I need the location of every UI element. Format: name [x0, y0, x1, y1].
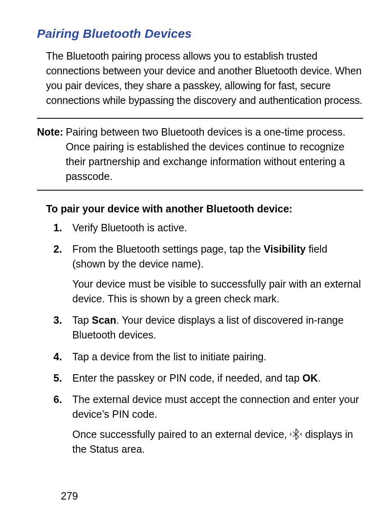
step-4: Tap a device from the list to initiate p…	[46, 349, 363, 364]
step-text-b: .	[318, 372, 321, 384]
section-title: Pairing Bluetooth Devices	[37, 25, 363, 43]
step-text-a: Tap	[72, 314, 92, 326]
step-text: The external device must accept the conn…	[72, 394, 359, 420]
step-extra: Once successfully paired to an external …	[72, 427, 363, 457]
step-5: Enter the passkey or PIN code, if needed…	[46, 371, 363, 385]
step-text-a: Enter the passkey or PIN code, if needed…	[72, 372, 302, 384]
step-3: Tap Scan. Your device displays a list of…	[46, 313, 363, 343]
step-text: Verify Bluetooth is active.	[72, 222, 187, 233]
step-6: The external device must accept the conn…	[46, 392, 363, 456]
step-extra: Your device must be visible to successfu…	[72, 276, 363, 306]
visibility-label: Visibility	[264, 243, 306, 255]
bluetooth-paired-icon	[290, 428, 302, 440]
step-text: Tap a device from the list to initiate p…	[72, 351, 266, 362]
ok-label: OK	[302, 372, 318, 384]
step-2: From the Bluetooth settings page, tap th…	[46, 242, 363, 306]
intro-paragraph: The Bluetooth pairing process allows you…	[46, 48, 363, 108]
note-label: Note:	[37, 124, 63, 139]
step-text-a: From the Bluetooth settings page, tap th…	[72, 243, 264, 255]
step-extra-a: Once successfully paired to an external …	[72, 428, 290, 440]
procedure-heading: To pair your device with another Bluetoo…	[46, 201, 363, 216]
note-box: Note: Pairing between two Bluetooth devi…	[37, 118, 363, 191]
note-text: Pairing between two Bluetooth devices is…	[66, 124, 363, 184]
step-1: Verify Bluetooth is active.	[46, 220, 363, 235]
steps-list: Verify Bluetooth is active. From the Blu…	[37, 220, 363, 456]
scan-label: Scan	[92, 314, 116, 326]
page-number: 279	[61, 488, 78, 503]
